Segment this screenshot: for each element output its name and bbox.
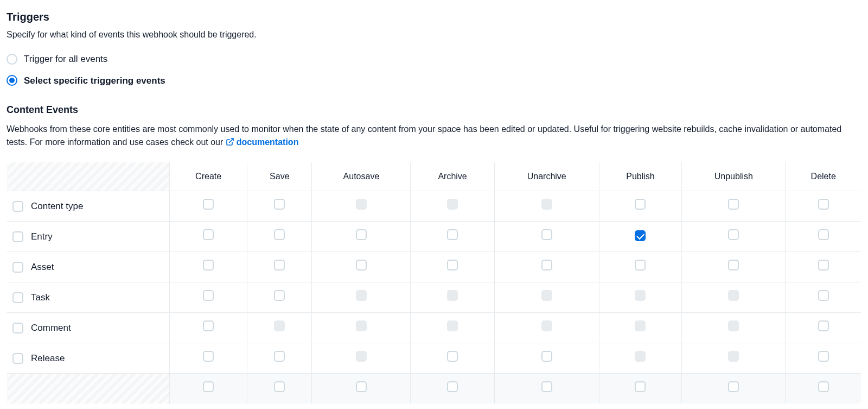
checkbox[interactable] [818, 351, 829, 362]
checkbox[interactable] [12, 323, 23, 334]
event-cell [599, 282, 681, 313]
checkbox[interactable] [12, 292, 23, 303]
description-text: Webhooks from these core entities are mo… [7, 124, 841, 147]
row-header-cell: Entry [7, 222, 170, 252]
checkbox[interactable] [541, 229, 552, 240]
checkbox[interactable] [12, 231, 23, 242]
checkbox[interactable] [818, 260, 829, 270]
event-cell [786, 252, 861, 282]
event-cell [786, 282, 861, 313]
event-cell [494, 282, 599, 313]
checkbox[interactable] [274, 290, 285, 301]
checkbox [356, 351, 367, 362]
event-cell [247, 222, 312, 252]
event-cell [247, 343, 312, 374]
event-cell [494, 222, 599, 252]
checkbox [728, 320, 739, 331]
checkbox[interactable] [203, 229, 214, 240]
event-cell [682, 343, 786, 374]
row-label: Release [31, 351, 65, 366]
checkbox[interactable] [541, 260, 552, 270]
checkbox[interactable] [274, 229, 285, 240]
event-cell [494, 313, 599, 343]
documentation-link[interactable]: documentation [226, 137, 299, 147]
checkbox[interactable] [635, 230, 646, 241]
checkbox[interactable] [818, 229, 829, 240]
event-cell [170, 313, 247, 343]
event-cell [411, 191, 494, 222]
event-cell [411, 313, 494, 343]
checkbox[interactable] [203, 381, 214, 392]
footer-cell [411, 374, 494, 404]
checkbox[interactable] [274, 381, 285, 392]
checkbox [728, 351, 739, 362]
footer-cell [682, 374, 786, 404]
column-header: Unpublish [682, 162, 786, 191]
checkbox[interactable] [274, 351, 285, 362]
checkbox[interactable] [541, 351, 552, 362]
footer-cell [599, 374, 681, 404]
checkbox[interactable] [203, 351, 214, 362]
radio-specific-events[interactable]: Select specific triggering events [7, 74, 861, 88]
checkbox[interactable] [447, 381, 458, 392]
checkbox[interactable] [356, 260, 367, 270]
checkbox[interactable] [203, 260, 214, 270]
event-cell [170, 343, 247, 374]
event-cell [599, 191, 681, 222]
radio-control[interactable] [7, 75, 17, 86]
event-cell [786, 191, 861, 222]
column-header: Archive [411, 162, 494, 191]
event-cell [247, 282, 312, 313]
checkbox[interactable] [818, 290, 829, 301]
radio-all-events[interactable]: Trigger for all events [7, 52, 861, 66]
table-row: Task [7, 282, 861, 313]
event-cell [599, 252, 681, 282]
checkbox [541, 199, 552, 210]
table-row: Comment [7, 313, 861, 343]
checkbox[interactable] [356, 381, 367, 392]
row-header-cell: Content type [7, 191, 170, 222]
checkbox[interactable] [203, 290, 214, 301]
checkbox[interactable] [447, 260, 458, 270]
checkbox[interactable] [818, 320, 829, 331]
checkbox[interactable] [728, 199, 739, 210]
event-cell [599, 313, 681, 343]
checkbox[interactable] [728, 229, 739, 240]
checkbox[interactable] [12, 353, 23, 364]
checkbox[interactable] [818, 199, 829, 210]
checkbox[interactable] [447, 351, 458, 362]
checkbox[interactable] [356, 229, 367, 240]
checkbox[interactable] [12, 201, 23, 212]
documentation-link-text: documentation [237, 137, 299, 147]
checkbox[interactable] [203, 320, 214, 331]
row-header-cell: Asset [7, 252, 170, 282]
checkbox[interactable] [728, 260, 739, 270]
column-header: Save [247, 162, 312, 191]
row-label: Task [31, 291, 50, 305]
radio-control[interactable] [7, 54, 17, 65]
checkbox [356, 199, 367, 210]
checkbox [728, 290, 739, 301]
event-cell [170, 222, 247, 252]
event-cell [247, 252, 312, 282]
checkbox [447, 199, 458, 210]
page-subtitle: Specify for what kind of events this web… [7, 28, 861, 41]
checkbox[interactable] [635, 260, 646, 270]
checkbox[interactable] [12, 262, 23, 273]
checkbox[interactable] [274, 260, 285, 270]
checkbox[interactable] [728, 381, 739, 392]
checkbox [447, 320, 458, 331]
checkbox[interactable] [818, 381, 829, 392]
checkbox [356, 320, 367, 331]
svg-line-0 [229, 139, 233, 142]
checkbox[interactable] [635, 381, 646, 392]
checkbox[interactable] [541, 381, 552, 392]
checkbox[interactable] [635, 199, 646, 210]
checkbox [541, 290, 552, 301]
checkbox[interactable] [274, 199, 285, 210]
table-corner-cell [7, 162, 170, 191]
checkbox [274, 320, 285, 331]
checkbox[interactable] [447, 229, 458, 240]
checkbox[interactable] [203, 199, 214, 210]
column-header: Publish [599, 162, 681, 191]
